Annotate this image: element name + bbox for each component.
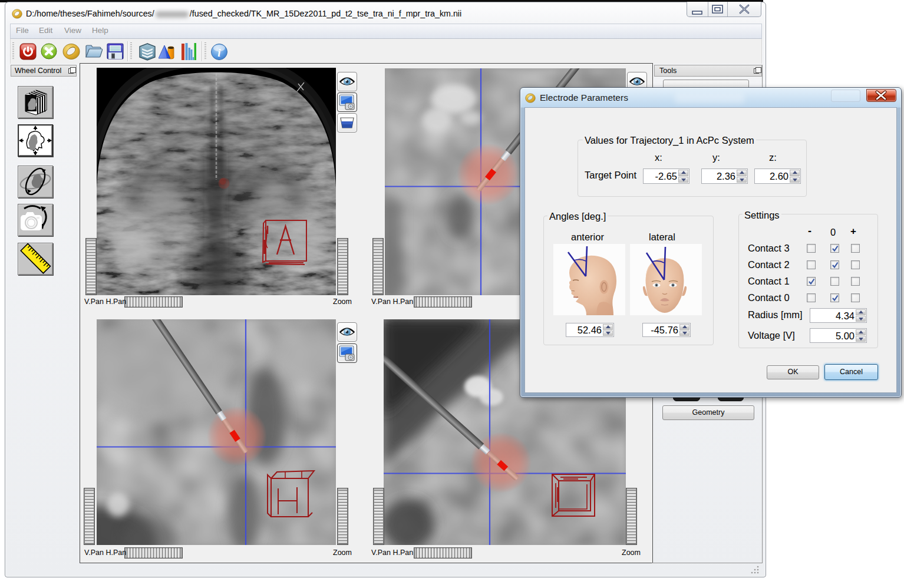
svg-text:i: i — [217, 47, 221, 59]
